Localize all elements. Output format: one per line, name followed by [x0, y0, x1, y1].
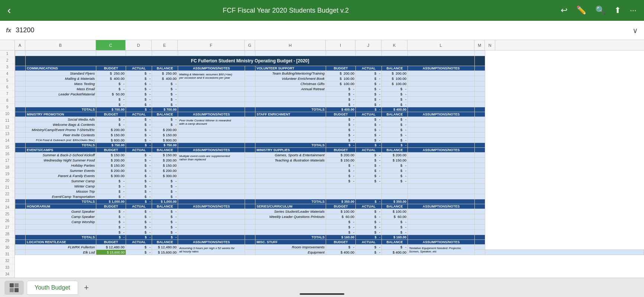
row-num-23: 23 — [0, 198, 15, 204]
row-num-9: 9 — [0, 104, 15, 111]
vol-notes-header: ASSUMPTIONS/NOTES — [408, 66, 475, 71]
col-header-g[interactable]: G — [245, 40, 255, 50]
row-15: Ministry/Camp/Event Promo T-Shirts/Etc $… — [15, 127, 644, 133]
row-34: $ - $ - $ - $ - $ - $ - — [15, 225, 644, 230]
comm-notes-header: ASSUMPTIONS/NOTES — [178, 66, 245, 71]
misc-header: MISC. STUFF — [255, 240, 326, 245]
row-6: Mass Texting $ - $ - $ - Christmas Gifts… — [15, 81, 644, 87]
location-header: LOCATION RENT/LEASE — [26, 240, 96, 245]
minsup-header: MINISTRY SUPPLIES — [255, 148, 326, 153]
row-21: Wednesday Night Summer Food $ 200.00 $ -… — [15, 158, 644, 163]
row-num-7: 7 — [0, 91, 15, 97]
row-22: Holiday Parties $ 150.00 $ - $ 150.00 $ … — [15, 163, 644, 168]
col-header-e[interactable]: E — [152, 40, 178, 50]
document-title: FCF Fiscal Year 2020 Students Budget v.2 — [223, 7, 349, 14]
comm-total-budget: $ 700.00 — [96, 107, 126, 112]
vol-budget-header: BUDGET — [326, 66, 356, 71]
youth-budget-tab[interactable]: Youth Budget — [27, 281, 78, 295]
sheet-content[interactable]: FC Fullerton Student Ministry Operating … — [15, 50, 644, 278]
row-num-10: 10 — [0, 111, 15, 117]
col-header-m[interactable]: M — [474, 40, 485, 50]
row-1 — [15, 51, 644, 56]
comm-budget-header: BUDGET — [96, 66, 126, 71]
svg-rect-2 — [10, 288, 14, 292]
share-icon[interactable]: ⬆ — [614, 6, 621, 15]
undo-icon[interactable]: ↩ — [561, 6, 567, 15]
row-num-30: 30 — [0, 244, 15, 251]
row-num-5: 5 — [0, 77, 15, 84]
col-header-b[interactable]: B — [25, 40, 96, 50]
fx-label: fx — [6, 27, 11, 34]
comm-item-4: Mass Email — [26, 87, 96, 92]
row-num-26: 26 — [0, 218, 15, 224]
row-num-17: 17 — [0, 157, 15, 164]
comm-notes-1: Mailing & Materials: assumes $60 (+tax)p… — [178, 71, 245, 81]
col-header-d[interactable]: D — [126, 40, 152, 50]
svg-rect-1 — [15, 283, 19, 287]
comm-total-actual: $ - — [126, 107, 152, 112]
vol-item-3: Christmas Gifts — [255, 81, 326, 87]
staffenr-header: STAFF ENRICHMENT — [255, 112, 326, 117]
col-header-k[interactable]: K — [381, 40, 408, 50]
comm-item-5: Leader Packet/Material — [26, 92, 96, 97]
col-header-c[interactable]: C — [96, 40, 126, 50]
add-sheet-button[interactable]: + — [80, 281, 94, 295]
row-num-13: 13 — [0, 131, 15, 137]
formula-chevron-icon[interactable]: ∨ — [632, 26, 638, 35]
col-header-l[interactable]: L — [408, 40, 474, 50]
comm-actual-header: ACTUAL — [126, 66, 152, 71]
top-bar: ‹ FCF Fiscal Year 2020 Students Budget v… — [0, 0, 644, 21]
row-30: HONORARIUM BUDGET ACTUAL BALANCE ASSUMPT… — [15, 204, 644, 209]
row-29: TOTALS $ 1,000.00 $ - $ 1,000.00 TOTALS … — [15, 199, 644, 204]
row-num-4: 4 — [0, 71, 15, 77]
vol-item-1: Team Building/Mentoring/Training — [255, 71, 326, 76]
row-num-31: 31 — [0, 251, 15, 258]
row-28: Event/Camp Transportation $ - $ - $ - — [15, 194, 644, 199]
row-num-20: 20 — [0, 177, 15, 184]
sheets-overview-icon[interactable] — [4, 281, 24, 295]
row-num-29: 29 — [0, 238, 15, 244]
row-num-34: 34 — [0, 271, 15, 278]
row-5: Mailing & Materials $ 400.00 $ - $ 400.0… — [15, 76, 644, 81]
col-header-n[interactable]: N — [485, 40, 495, 50]
comm-total-balance: $ 700.00 — [152, 107, 178, 112]
back-button[interactable]: ‹ — [7, 4, 11, 16]
col-header-a[interactable]: A — [15, 40, 25, 50]
spreadsheet-area: 1 2 3 4 5 6 7 8 9 10 11 12 13 14 15 16 1… — [0, 50, 644, 278]
vol-totals-label: TOTALS — [255, 107, 326, 112]
row-num-33: 33 — [0, 264, 15, 271]
row-37: LOCATION RENT/LEASE BUDGET ACTUAL BALANC… — [15, 240, 644, 245]
draw-icon[interactable]: ✏️ — [576, 6, 586, 15]
row-num-12: 12 — [0, 124, 15, 131]
row-32: Camp Speaker $ - $ - $ - Weekly Leader Q… — [15, 214, 644, 219]
row-20: Summer & Back-2-School Kickoff $ 150.00 … — [15, 153, 644, 158]
row-num-16: 16 — [0, 151, 15, 157]
row-23: Summer Events $ 200.00 $ - $ 200.00 $ - … — [15, 168, 644, 173]
col-header-f[interactable]: F — [178, 40, 245, 50]
formula-value[interactable]: 31200 — [16, 26, 628, 34]
row-33: Camp Worship $ - $ - $ - $ - $ - $ - — [15, 219, 644, 225]
row-38: FLWRK Fullerton $ 12,480.00 $ - $ 12,480… — [15, 245, 644, 250]
row-3: COMMUNICATIONS BUDGET ACTUAL BALANCE ASS… — [15, 66, 644, 71]
series-header: SERIES/CURRICULUM — [255, 204, 326, 209]
comm-header: COMMUNICATIONS — [26, 66, 96, 71]
search-icon[interactable]: 🔍 — [595, 6, 605, 15]
more-icon[interactable]: ··· — [630, 6, 637, 15]
row-12: MINISTRY PROMOTION BUDGET ACTUAL BALANCE… — [15, 112, 644, 117]
row-39: Elk Lod $ 15,600.00 $ - $ 15,600.00 Equi… — [15, 250, 644, 255]
row-9: $ - $ - $ - $ - $ - $ - — [15, 97, 644, 102]
col-header-i[interactable]: I — [326, 40, 355, 50]
vol-header: VOLUNTEER SUPPORT — [255, 66, 326, 71]
formula-bar: fx 31200 ∨ — [0, 21, 644, 40]
events-header: EVENTS/CAMPS — [26, 148, 96, 153]
row-num-6: 6 — [0, 84, 15, 91]
row-31: Guest Speaker $ - $ - $ - Series Student… — [15, 209, 644, 214]
vol-total-budget: $ 400.00 — [326, 107, 356, 112]
row-4: Standard Flyers $ 250.00 $ - $ 250.00 Ma… — [15, 71, 644, 76]
comm-item-3: Mass Texting — [26, 81, 96, 87]
col-header-h[interactable]: H — [255, 40, 326, 50]
row-num-19: 19 — [0, 171, 15, 177]
row-num-11: 11 — [0, 117, 15, 124]
col-header-j[interactable]: J — [355, 40, 381, 50]
grid-icon — [9, 283, 19, 293]
